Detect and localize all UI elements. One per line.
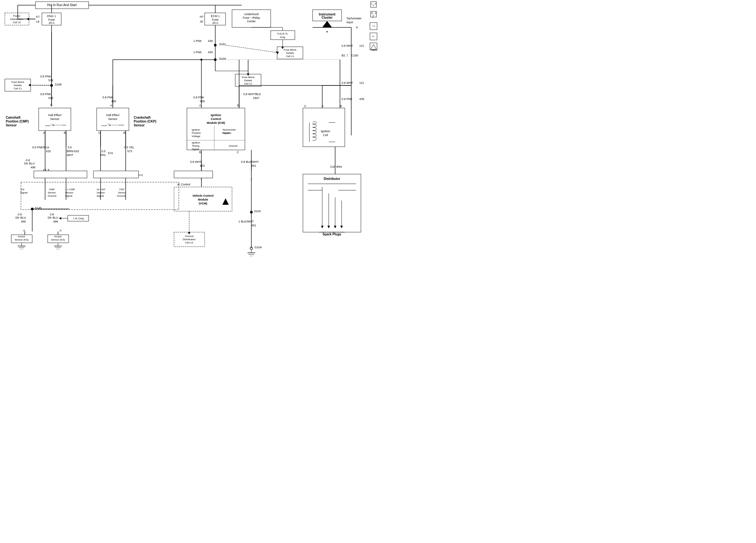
svg-text:633: 633 [74,150,79,153]
svg-rect-322 [21,182,179,209]
svg-text:S104: S104 [219,57,226,60]
svg-text:Voltage: Voltage [192,135,200,138]
svg-text:(VCM): (VCM) [199,202,207,205]
svg-text:Coil Wire: Coil Wire [330,165,342,168]
svg-text:L8: L8 [36,20,39,23]
svg-text:Cell 11: Cell 11 [286,55,294,58]
svg-text:0.5 PNK/BLK: 0.5 PNK/BLK [32,146,49,149]
svg-text:B: B [340,104,342,108]
svg-text:Sensor (KS): Sensor (KS) [15,238,29,241]
svg-text:Fuse Block: Fuse Block [284,48,297,51]
svg-text:6: 6 [356,26,358,29]
svg-text:Fuse: Fuse [48,18,55,21]
svg-text:632: 632 [46,150,51,153]
svg-text:Vehicle Control: Vehicle Control [192,194,214,197]
svg-rect-309 [34,171,87,178]
svg-text:Coil: Coil [323,133,328,137]
svg-text:Sensor: Sensor [6,123,17,127]
svg-text:S108: S108 [55,83,62,86]
svg-text:Fuse Block: Fuse Block [11,81,24,83]
svg-text:5.0L/5.7L: 5.0L/5.7L [277,32,288,35]
svg-text:Power: Power [13,15,21,17]
svg-text:0.8 PNK: 0.8 PNK [40,75,51,78]
svg-line-297 [226,45,277,53]
svg-text:Ignition: Ignition [192,141,200,144]
svg-text:121: 121 [359,44,364,47]
svg-text:Module: Module [198,198,208,201]
svg-text:Positive: Positive [192,131,201,134]
svg-text:C: C [372,16,374,18]
svg-text:Ground: Ground [229,144,237,147]
svg-text:Ignition: Ignition [321,130,330,133]
svg-text:451: 451 [251,164,256,167]
svg-text:G104: G104 [255,246,262,249]
svg-text:Crankshaft: Crankshaft [134,116,151,119]
svg-text:C: C [304,104,306,108]
svg-text:▲: ▲ [326,30,328,33]
svg-text:Signal: Signal [192,148,199,150]
svg-rect-311 [174,171,213,178]
svg-text:496: 496 [53,220,58,223]
svg-text:S103: S103 [254,209,261,213]
svg-text:PPL: PPL [101,153,106,157]
svg-text:Fuse Block: Fuse Block [242,76,255,79]
svg-text:439: 439 [208,39,213,43]
svg-text:Underhood: Underhood [244,13,259,16]
svg-text:ECM 1: ECM 1 [211,15,220,18]
svg-text:0.8: 0.8 [50,213,54,216]
svg-text:C100: C100 [351,54,358,57]
svg-text:Tachometer: Tachometer [346,17,362,20]
svg-text:Only: Only [280,36,285,39]
svg-text:H7: H7 [200,15,204,18]
svg-marker-45 [322,21,332,27]
svg-text:Position (CKP): Position (CKP) [134,120,156,123]
svg-text:ENG 1: ENG 1 [47,15,56,18]
svg-text:J8: J8 [200,20,203,23]
svg-text:Knock: Knock [54,235,62,238]
svg-text:0.5: 0.5 [102,150,106,153]
svg-text:BRN/: BRN/ [67,150,74,153]
svg-text:Center: Center [247,20,256,23]
svg-text:B: B [64,131,66,134]
svg-text:Sensor: Sensor [108,117,118,121]
svg-text:Sensor: Sensor [134,123,145,127]
svg-text:1 PNK: 1 PNK [193,51,202,54]
svg-text:→: → [371,23,376,28]
svg-text:Timing: Timing [192,144,199,147]
svg-text:Details: Details [14,84,22,87]
svg-text:C: C [98,131,101,134]
svg-text:C: C [237,150,239,154]
svg-text:0.5: 0.5 [68,146,72,149]
svg-text:0.8 WHT/BLK: 0.8 WHT/BLK [243,92,261,96]
svg-text:Sensor: Sensor [50,117,60,121]
svg-text:Cell 14: Cell 14 [185,241,193,244]
svg-text:IC Control: IC Control [177,183,190,186]
svg-text:439: 439 [111,100,116,103]
svg-text:Camshaft: Camshaft [6,116,21,119]
svg-text:439: 439 [359,97,364,101]
svg-text:B2: B2 [342,54,345,57]
svg-text:451: 451 [251,224,256,227]
svg-text:A: A [60,229,62,232]
svg-text:0.8 BLK/WHT: 0.8 BLK/WHT [241,160,259,163]
svg-text:121: 121 [359,81,364,84]
svg-text:B: B [199,150,201,154]
svg-text:D: D [371,12,373,15]
svg-text:K7: K7 [36,15,40,18]
svg-text:Ignition: Ignition [192,128,200,131]
svg-text:WHT: WHT [67,153,73,157]
svg-text:A: A [110,104,112,107]
svg-text:20 A: 20 A [49,21,54,24]
svg-text:0.8: 0.8 [26,159,30,162]
svg-text:DK BLU: DK BLU [48,216,58,219]
svg-text:⤴: ⤴ [346,54,348,57]
svg-text:Cell 11: Cell 11 [244,82,252,85]
wiring-diagram: Hot In Run And Start Power Distribution … [0,0,378,272]
svg-text:Distributor: Distributor [324,177,340,180]
svg-text:Module (ICM): Module (ICM) [207,121,225,124]
svg-text:573: 573 [127,150,132,153]
svg-text:Knock: Knock [18,235,25,238]
svg-text:Distribution: Distribution [183,238,196,241]
svg-text:1 PNK: 1 PNK [193,39,202,43]
svg-text:0.8 WHT: 0.8 WHT [190,160,202,163]
